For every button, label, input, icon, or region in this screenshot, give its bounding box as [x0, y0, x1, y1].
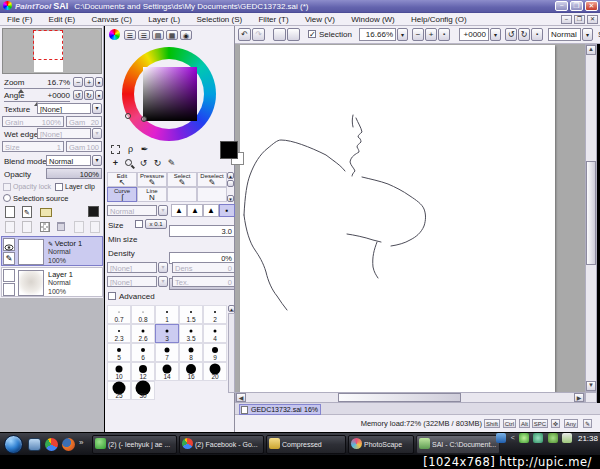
menu-help[interactable]: Help/Config (O)	[404, 13, 474, 26]
brush-blend-dropdown-button[interactable]: ▾	[158, 205, 168, 216]
tool-grid-scroll-handle[interactable]	[227, 180, 234, 187]
task-facebook-chrome[interactable]: (2) Facebook - Go...	[179, 435, 264, 454]
hue-cursor[interactable]	[125, 113, 131, 119]
paint-effect-button[interactable]	[88, 206, 99, 217]
layer-thumbnail[interactable]	[18, 239, 44, 265]
layer-visibility-toggle[interactable]	[3, 238, 15, 251]
brush-size-slider[interactable]: 3.0	[169, 225, 235, 237]
nav-rotate-ccw-button[interactable]: ↺	[73, 90, 83, 100]
opacity-lock-checkbox[interactable]	[3, 183, 11, 191]
brush-slot2-select[interactable]: [None]	[107, 276, 157, 287]
tool-empty-slot[interactable]	[167, 187, 197, 202]
new-vector-layer-button[interactable]: ✎	[22, 206, 32, 218]
task-photoscape[interactable]: PhotoScape	[348, 435, 414, 454]
brush-size-1[interactable]: 1	[155, 305, 179, 324]
hand-tool-icon[interactable]: ↻	[151, 157, 164, 169]
tray-collapse-chevron[interactable]: <	[511, 434, 515, 441]
canvas-viewport[interactable]	[235, 44, 585, 392]
layer-row-layer1[interactable]: Layer 1 Normal 100%	[1, 267, 103, 297]
brush-size-16[interactable]: 16	[179, 362, 203, 381]
deselect-button[interactable]	[287, 28, 300, 41]
panel-toggle-hsv-icon[interactable]: ☰	[138, 30, 150, 40]
panel-toggle-mixer-icon[interactable]: ◉	[180, 30, 192, 40]
menu-layer[interactable]: Layer (L)	[141, 13, 187, 26]
vertical-scroll-thumb[interactable]	[586, 161, 596, 265]
brush-grid-scroll-up[interactable]: ▴	[228, 305, 235, 312]
brush-size-9[interactable]: 9	[203, 343, 227, 362]
nav-rotate-reset-button[interactable]: ▪	[95, 90, 103, 100]
tool-grid-scroll-up[interactable]: ▴	[227, 172, 234, 179]
brush-size-6[interactable]: 6	[131, 343, 155, 362]
brush-shape-2[interactable]: ▲	[187, 204, 203, 217]
view-zoom-dropdown-button[interactable]: ▾	[397, 28, 408, 41]
view-mode-field[interactable]: Normal	[548, 28, 581, 41]
nav-zoom-slider[interactable]	[4, 88, 70, 89]
layer-lock-box[interactable]	[3, 283, 15, 296]
brush-size-10[interactable]: 10	[107, 362, 131, 381]
menu-filter[interactable]: Filter (T)	[251, 13, 295, 26]
layer-thumbnail[interactable]	[18, 270, 44, 296]
color-wheel-toggle-icon[interactable]	[109, 29, 120, 40]
brush-size-4[interactable]: 4	[203, 324, 227, 343]
tool-curve[interactable]: Curve∫	[107, 187, 137, 202]
mdi-minimize-button[interactable]: −	[561, 15, 572, 24]
move-tool-icon[interactable]: +	[109, 157, 122, 169]
show-desktop-icon[interactable]	[28, 438, 41, 451]
menu-file[interactable]: File (F)	[0, 13, 39, 26]
saturation-value-square[interactable]	[143, 67, 197, 121]
transfer-layer-button[interactable]	[5, 221, 15, 233]
task-sai-active[interactable]: SAI - C:\Document...	[416, 435, 500, 454]
menu-selection[interactable]: Selection (S)	[189, 13, 249, 26]
tool-grid-scroll-down[interactable]: ▾	[227, 195, 234, 202]
rotate-cw-button[interactable]: ↻	[518, 28, 530, 41]
nav-zoom-out-button[interactable]: −	[73, 77, 83, 87]
foreground-color-swatch[interactable]	[220, 141, 238, 159]
brush-size-5[interactable]: 5	[107, 343, 131, 362]
brush-shape-1[interactable]: ▲	[171, 204, 187, 217]
new-layer-button[interactable]	[5, 206, 15, 218]
firefox-quicklaunch-icon[interactable]	[62, 438, 75, 451]
layer-extra-button-1[interactable]	[74, 221, 84, 233]
brush-size-2.3[interactable]: 2.3	[107, 324, 131, 343]
view-angle-dropdown-button[interactable]: ▾	[490, 28, 501, 41]
start-button[interactable]	[4, 435, 23, 454]
brush-size-0.8[interactable]: 0.8	[131, 305, 155, 324]
texture-dropdown-button[interactable]: ▾	[92, 103, 102, 114]
brush-shape-4-selected[interactable]: ▪	[219, 204, 235, 217]
wetedge-dropdown-button[interactable]: ▾	[92, 128, 102, 139]
tray-status-icon-1[interactable]	[533, 433, 543, 443]
document-tab[interactable]: GEDC13732.sai 16%	[239, 404, 321, 415]
brush-size-25[interactable]: 25	[107, 381, 131, 400]
window-close-button[interactable]: ✕	[585, 1, 598, 11]
blend-mode-dropdown-button[interactable]: ▾	[92, 155, 102, 166]
window-minimize-button[interactable]: −	[555, 1, 568, 11]
wetedge-select[interactable]: [None]	[37, 128, 91, 139]
magic-wand-tool-icon[interactable]: ✒	[138, 143, 151, 155]
scroll-down-arrow[interactable]: ▼	[586, 381, 596, 391]
mdi-close-button[interactable]: ✕	[587, 15, 598, 24]
texture-select[interactable]: [None]	[37, 103, 91, 114]
brush-size-20[interactable]: 20	[203, 362, 227, 381]
horizontal-scroll-thumb[interactable]	[338, 393, 461, 402]
brush-size-1.5[interactable]: 1.5	[179, 305, 203, 324]
horizontal-scrollbar[interactable]: ◀ ▶	[235, 392, 585, 403]
task-messenger[interactable]: (2) (- leehyuk j ae ...	[92, 435, 177, 454]
brush-slot1-dropdown-button[interactable]: ▾	[158, 262, 168, 273]
brush-grid-scrollbar[interactable]	[228, 313, 235, 393]
canvas[interactable]	[240, 45, 555, 392]
brush-shape-3[interactable]: ▲	[203, 204, 219, 217]
panel-toggle-rgb-icon[interactable]: ☰	[124, 30, 136, 40]
nav-zoom-reset-button[interactable]: ▪	[95, 77, 103, 87]
scroll-right-arrow[interactable]: ▶	[574, 393, 584, 402]
rotate-reset-button[interactable]: ▪	[531, 28, 543, 41]
advanced-checkbox[interactable]	[108, 292, 116, 300]
tray-messenger-icon[interactable]	[519, 433, 529, 443]
scroll-up-arrow[interactable]: ▲	[586, 45, 596, 55]
view-angle-field[interactable]: +0000	[459, 28, 489, 41]
quicklaunch-overflow-chevron[interactable]: »	[79, 438, 83, 447]
new-layer-set-button[interactable]	[40, 208, 52, 217]
nav-rotate-cw-button[interactable]: ↻	[84, 90, 94, 100]
brush-size-14[interactable]: 14	[155, 362, 179, 381]
eyedropper-tool-icon[interactable]: ✎	[165, 157, 178, 169]
tool-pressure[interactable]: Pressure✎	[137, 172, 167, 187]
